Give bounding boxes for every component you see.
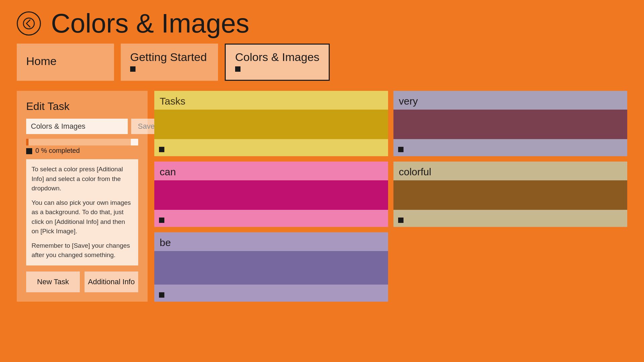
tile-very[interactable]: very — [393, 91, 627, 156]
tile-can-label: can — [154, 162, 388, 178]
tile-colorful[interactable]: colorful — [393, 162, 627, 227]
tile-be[interactable]: be — [154, 232, 388, 302]
progress-label: 0 % completed — [26, 147, 138, 155]
tile-be-dot — [159, 292, 164, 298]
progress-bar[interactable] — [26, 139, 138, 145]
edit-task-row: Save — [26, 119, 138, 134]
tile-colorful-dot — [398, 218, 404, 223]
progress-thumb — [131, 139, 138, 145]
tile-can-dot — [159, 218, 164, 223]
tile-very-dot — [398, 147, 404, 152]
instruction-2: You can also pick your own images as a b… — [32, 198, 133, 236]
tile-colorful-label: colorful — [393, 162, 627, 178]
tile-be-label: be — [154, 232, 388, 248]
tiles-grid: Tasks very can colorful be — [154, 91, 627, 302]
main-content: Edit Task Save 0 % completed To select a… — [0, 91, 644, 302]
tab-home[interactable]: Home — [17, 44, 114, 81]
tab-colors-images[interactable]: Colors & Images — [225, 44, 330, 81]
header: Colors & Images — [0, 0, 644, 44]
tile-tasks-color — [154, 110, 388, 139]
tile-be-color — [154, 251, 388, 285]
tile-very-label: very — [393, 91, 627, 107]
tile-can[interactable]: can — [154, 162, 388, 227]
back-button[interactable] — [17, 11, 41, 36]
svg-point-0 — [23, 18, 34, 29]
new-task-button[interactable]: New Task — [26, 272, 80, 292]
nav-tabs: Home Getting Started Colors & Images — [0, 44, 644, 81]
bottom-buttons: New Task Additional Info — [26, 272, 138, 292]
tile-can-color — [154, 180, 388, 210]
tile-colorful-color — [393, 180, 627, 210]
page-title: Colors & Images — [51, 10, 249, 37]
progress-square-icon — [26, 148, 32, 154]
instruction-1: To select a color press [Aditional Info]… — [32, 165, 133, 193]
instruction-3: Remember to [Save] your changes after yo… — [32, 241, 133, 260]
tab-dot — [130, 66, 136, 72]
tile-tasks[interactable]: Tasks — [154, 91, 388, 156]
edit-task-panel: Edit Task Save 0 % completed To select a… — [17, 91, 148, 302]
instructions-box: To select a color press [Aditional Info]… — [26, 159, 138, 265]
additional-info-button[interactable]: Additional Info — [85, 272, 138, 292]
tab-getting-started[interactable]: Getting Started — [121, 44, 218, 81]
tile-very-color — [393, 110, 627, 139]
tab-dot-active — [235, 66, 240, 72]
progress-fill — [26, 139, 29, 145]
edit-task-title: Edit Task — [26, 100, 138, 113]
task-name-input[interactable] — [26, 119, 128, 134]
tile-tasks-dot — [159, 147, 164, 152]
tile-tasks-label: Tasks — [154, 91, 388, 107]
